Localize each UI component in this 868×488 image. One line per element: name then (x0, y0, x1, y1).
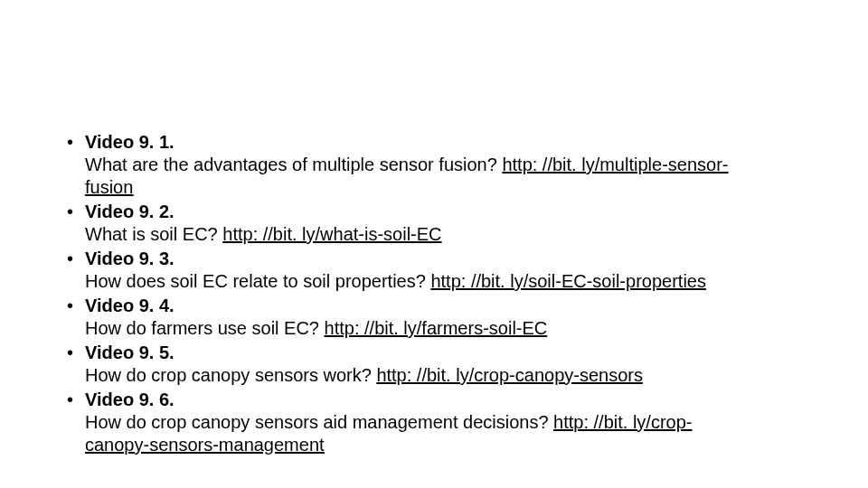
video-title: Video 9. 1. (85, 132, 175, 152)
video-title: Video 9. 2. (85, 202, 175, 221)
video-title: Video 9. 5. (85, 343, 175, 362)
list-item: Video 9. 4. How do farmers use soil EC? … (63, 295, 805, 340)
list-item: Video 9. 5. How do crop canopy sensors w… (63, 342, 805, 387)
video-link[interactable]: http: //bit. ly/soil-EC-soil-properties (430, 271, 706, 291)
list-item: Video 9. 1. What are the advantages of m… (63, 131, 805, 199)
video-title: Video 9. 3. (85, 249, 175, 268)
video-link[interactable]: http: //bit. ly/farmers-soil-EC (325, 318, 548, 338)
video-link-text-cont: fusion (85, 177, 133, 197)
list-item: Video 9. 3. How does soil EC relate to s… (63, 248, 805, 293)
video-link-text: http: //bit. ly/crop-canopy-sensors (376, 365, 643, 385)
video-link[interactable]: http: //bit. ly/crop-canopy-sensors (376, 365, 643, 385)
video-question: How do crop canopy sensors aid managemen… (85, 412, 553, 432)
video-link-text: http: //bit. ly/soil-EC-soil-properties (430, 271, 706, 291)
video-link-text: http: //bit. ly/what-is-soil-EC (222, 224, 441, 244)
video-link-text: http: //bit. ly/multiple-sensor- (502, 155, 728, 174)
list-item: Video 9. 2. What is soil EC? http: //bit… (63, 201, 805, 246)
video-link[interactable]: http: //bit. ly/what-is-soil-EC (222, 224, 441, 244)
video-question: How do crop canopy sensors work? (85, 365, 376, 385)
video-link-text: http: //bit. ly/crop- (553, 412, 692, 432)
video-question: What are the advantages of multiple sens… (85, 155, 502, 174)
video-question: How does soil EC relate to soil properti… (85, 271, 430, 291)
video-title: Video 9. 6. (85, 389, 175, 409)
video-link-text-cont: canopy-sensors-management (85, 435, 325, 455)
video-link-text: http: //bit. ly/farmers-soil-EC (325, 318, 548, 338)
video-question: How do farmers use soil EC? (85, 318, 325, 338)
list-item: Video 9. 6. How do crop canopy sensors a… (63, 389, 805, 456)
video-question: What is soil EC? (85, 224, 222, 244)
video-list: Video 9. 1. What are the advantages of m… (63, 131, 805, 456)
video-title: Video 9. 4. (85, 296, 175, 315)
slide: Video 9. 1. What are the advantages of m… (0, 0, 868, 488)
